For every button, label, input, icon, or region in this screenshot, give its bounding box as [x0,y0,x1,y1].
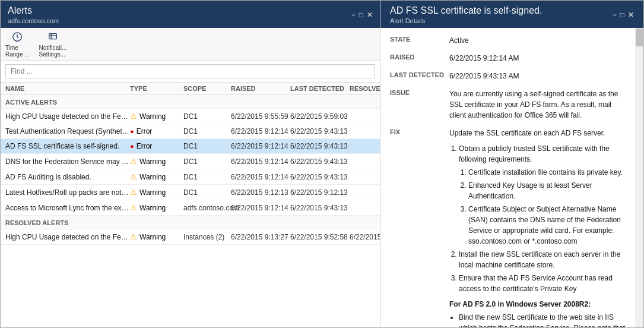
col-name: NAME [5,85,130,92]
detail-maximize-btn[interactable]: □ [620,11,624,19]
left-panel: Alerts adfs.contoso.com − □ ✕ [1,1,380,327]
issue-label: ISSUE [390,89,449,96]
state-row: STATE Active [390,35,629,46]
detected-value: 6/22/2015 9:43:13 AM [449,71,629,81]
svg-line-2 [17,37,19,38]
fix-row: FIX Update the SSL certificate on each A… [390,128,629,327]
detail-scrollbar[interactable] [635,28,643,327]
raised-label: RAISED [390,53,449,61]
right-panel: AD FS SSL certificate is self-signed. Al… [380,1,643,327]
alert-row[interactable]: High CPU Usage detected on the Feder...⚠… [1,229,380,245]
warning-icon: ⚠ [130,112,137,121]
detail-title: AD FS SSL certificate is self-signed. [390,5,542,16]
raised-value: 6/22/2015 9:12:14 AM [449,53,629,64]
alert-row[interactable]: Latest Hotfixes/Roll up packs are not in… [1,185,380,200]
type-label: Warning [139,112,166,121]
svg-rect-3 [49,34,57,39]
type-label: Warning [139,188,166,197]
fix-item-3: Ensure that the AD FS Service Account ha… [459,273,629,294]
alert-detected: 6/22/2015 9:43:13 [290,127,350,135]
detail-minimize-btn[interactable]: − [613,11,617,19]
type-label: Warning [139,204,166,212]
alert-row[interactable]: Test Authentication Request (Synthetic..… [1,124,380,139]
detail-scrollbar-thumb[interactable] [636,29,643,46]
detail-close-btn[interactable]: ✕ [628,11,634,19]
notification-settings-button[interactable]: Notificati...Settings... [39,30,67,58]
time-range-label: TimeRange ... [5,45,30,58]
alert-type: ⚠Warning [130,172,183,181]
alert-raised: 6/22/2015 9:12:14 [231,127,290,135]
alert-name: AD FS SSL certificate is self-signed. [5,142,130,150]
alert-raised: 6/22/2015 9:13:27 [231,233,290,241]
col-detected: LAST DETECTED [290,85,350,92]
type-label: Warning [139,157,166,166]
alert-scope: DC1 [183,112,231,121]
alert-type: ⚠Warning [130,157,183,166]
alert-row[interactable]: Access to Microsoft Lync from the extra.… [1,200,380,216]
notification-settings-label: Notificati...Settings... [39,45,67,58]
alert-detected: 6/22/2015 9:43:13 [290,173,350,181]
alert-type: ⚠Warning [130,203,183,212]
alert-detected: 6/22/2015 9:52:58 [290,233,350,241]
alert-row[interactable]: High CPU Usage detected on the Feder...⚠… [1,109,380,124]
time-range-button[interactable]: TimeRange ... [5,30,30,58]
raised-row: RAISED 6/22/2015 9:12:14 AM [390,53,629,64]
active-alerts-container: High CPU Usage detected on the Feder...⚠… [1,109,380,216]
alert-detected: 6/22/2015 9:12:13 [290,188,350,197]
main-content: Alerts adfs.contoso.com − □ ✕ [1,1,643,327]
alert-raised: 6/22/2015 9:12:14 [231,173,290,181]
alert-type: ⚠Warning [130,232,183,241]
error-icon: ● [130,128,134,135]
warning-icon: ⚠ [130,157,137,166]
alert-name: High CPU Usage detected on the Feder... [5,112,130,121]
alert-type: ⚠Warning [130,112,183,121]
detail-scroll-container: STATE Active RAISED 6/22/2015 9:12:14 AM… [380,28,643,327]
alert-raised: 6/22/2015 9:55:59 [231,112,290,121]
notification-icon [46,30,59,43]
alert-raised: 6/22/2015 9:12:14 [231,142,290,150]
alert-row[interactable]: AD FS SSL certificate is self-signed.●Er… [1,139,380,154]
left-subtitle: adfs.contoso.com [8,17,59,24]
alert-scope: DC1 [183,142,231,150]
alert-raised: 6/22/2015 9:12:14 [231,204,290,212]
detail-content: STATE Active RAISED 6/22/2015 9:12:14 AM… [380,28,643,327]
fix-subitem-1-2: Enhanced Key Usage is at least Server Au… [468,180,629,201]
search-bar [1,61,380,83]
fix-subitem-1-1: Certificate installation file contains i… [468,167,629,178]
fix-bold-header: For AD FS 2.0 in Windows Server 2008R2: [449,299,629,310]
fix-item-1-subitems: Certificate installation file contains i… [468,167,629,247]
issue-value: You are currently using a self-signed ce… [449,89,629,121]
alert-name: Access to Microsoft Lync from the extra.… [5,204,130,212]
right-header: AD FS SSL certificate is self-signed. Al… [380,1,643,28]
search-input[interactable] [5,64,375,78]
alert-detected: 6/22/2015 9:43:13 [290,142,350,150]
state-value: Active [449,35,629,46]
close-btn[interactable]: ✕ [367,11,373,19]
col-scope: SCOPE [183,85,231,92]
fix-label: FIX [390,128,449,135]
detected-row: LAST DETECTED 6/22/2015 9:43:13 AM [390,71,629,81]
fix-bullet-1: Bind the new SSL certificate to the web … [459,312,629,327]
alert-row[interactable]: AD FS Auditing is disabled.⚠WarningDC16/… [1,169,380,185]
fix-value: Update the SSL certificate on each AD FS… [449,128,629,327]
table-header: NAME TYPE SCOPE RAISED LAST DETECTED RES… [1,83,380,95]
resolved-alerts-container: High CPU Usage detected on the Feder...⚠… [1,229,380,245]
detail-subtitle: Alert Details [390,17,542,24]
detected-label: LAST DETECTED [390,71,449,78]
minimize-btn[interactable]: − [351,11,356,19]
app-window: Alerts adfs.contoso.com − □ ✕ [0,0,644,328]
state-label: STATE [390,35,449,43]
warning-icon: ⚠ [130,172,137,181]
alert-raised: 6/22/2015 9:12:14 [231,157,290,166]
alert-scope: Instances (2) [183,233,231,241]
fix-intro: Update the SSL certificate on each AD FS… [449,128,629,138]
fix-item-1-text: Obtain a publicly trusted SSL certificat… [459,144,610,163]
alert-scope: adfs.contoso.com [183,204,231,212]
alert-row[interactable]: DNS for the Federation Service may be...… [1,154,380,169]
type-label: Warning [139,173,166,181]
alert-name: High CPU Usage detected on the Feder... [5,233,130,241]
maximize-btn[interactable]: □ [359,11,363,19]
alert-raised: 6/22/2015 9:12:13 [231,188,290,197]
fix-list: Obtain a publicly trusted SSL certificat… [459,143,629,294]
fix-item-2: Install the new SSL certificate on each … [459,249,629,270]
